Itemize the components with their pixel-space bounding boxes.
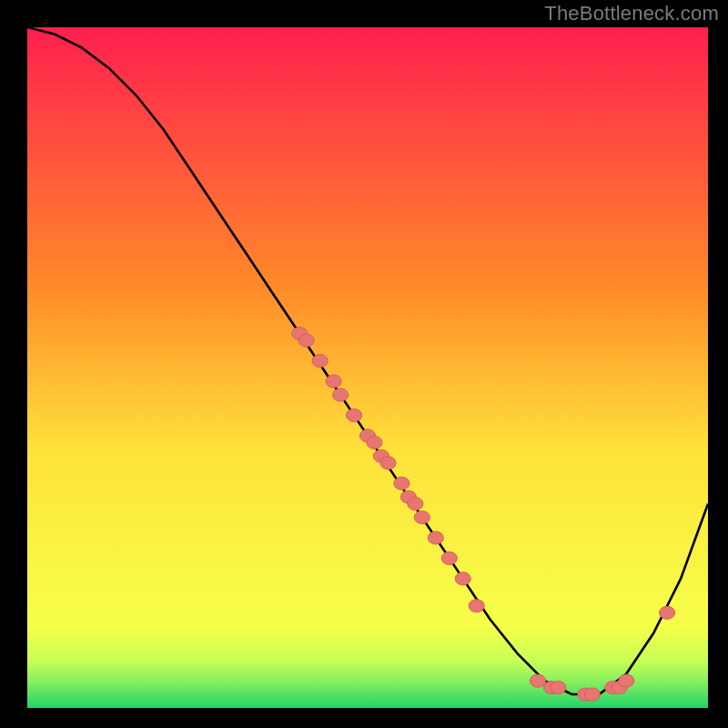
marker-point <box>346 409 361 421</box>
marker-point <box>380 457 396 470</box>
marker-point <box>298 334 314 347</box>
curve-layer <box>27 27 708 708</box>
marker-point <box>326 375 341 388</box>
bottleneck-curve <box>27 27 708 694</box>
marker-point <box>414 511 430 523</box>
marker-point <box>312 354 328 367</box>
marker-point <box>455 572 470 585</box>
watermark-text: TheBottleneck.com <box>544 2 719 25</box>
marker-point <box>408 497 423 510</box>
marker-point <box>441 551 457 564</box>
marker-point <box>428 531 443 544</box>
marker-point <box>332 389 348 401</box>
marker-point <box>469 600 484 612</box>
marker-point <box>530 674 545 687</box>
highlight-markers <box>292 327 675 701</box>
marker-point <box>660 606 675 619</box>
plot-area <box>27 27 708 708</box>
marker-point <box>367 436 382 449</box>
chart-frame: TheBottleneck.com <box>0 0 728 728</box>
marker-point <box>394 477 410 490</box>
marker-point <box>584 688 600 701</box>
marker-point <box>551 681 566 693</box>
marker-point <box>619 674 634 687</box>
